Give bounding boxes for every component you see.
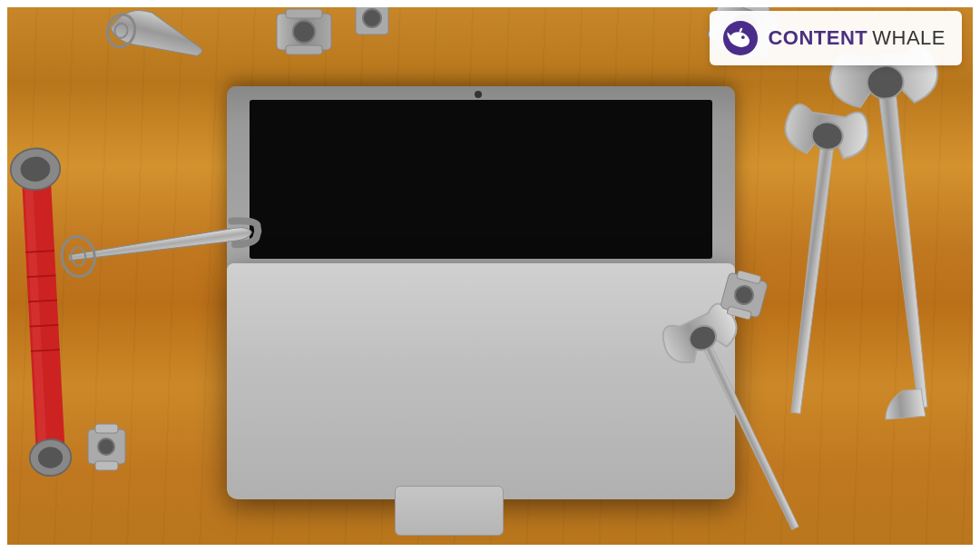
logo-brand-content: CONTENT (768, 26, 867, 50)
svg-point-16 (293, 21, 315, 43)
laptop-trackpad (395, 486, 504, 536)
laptop-camera (475, 91, 482, 98)
svg-rect-15 (286, 45, 322, 54)
svg-rect-28 (95, 461, 118, 470)
laptop-base: esc ☼ ☀ ⎘ □ ⊻ ◁ ▷ ⏸ ⏮ ⏭ 🔇 🔉 ⏻ ` 1 2 3 (227, 263, 735, 499)
svg-point-37 (741, 35, 745, 39)
logo-text: CONTENT WHALE (768, 26, 946, 50)
svg-point-35 (363, 9, 381, 27)
whale-logo-icon (722, 20, 759, 56)
svg-point-29 (98, 439, 114, 455)
logo-brand-whale: WHALE (872, 26, 946, 50)
logo-container: CONTENT WHALE (710, 11, 962, 65)
socket-small-left-icon (86, 422, 127, 472)
svg-rect-27 (95, 424, 118, 433)
svg-rect-14 (286, 9, 322, 18)
laptop-screen (250, 100, 712, 259)
main-banner: esc ☼ ☀ ⎘ □ ⊻ ◁ ▷ ⏸ ⏮ ⏭ 🔇 🔉 ⏻ ` 1 2 3 (0, 0, 980, 552)
socket-top-center-icon (272, 5, 336, 59)
socket-top-center-small-icon (354, 0, 390, 36)
